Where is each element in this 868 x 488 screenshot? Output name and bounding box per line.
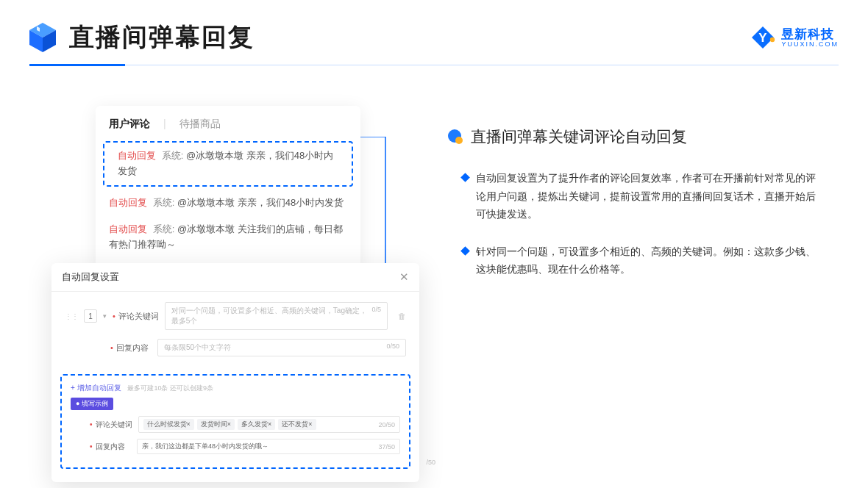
svg-text:Y: Y: [759, 31, 768, 45]
tab-user-comments[interactable]: 用户评论: [109, 118, 150, 131]
system-label: 系统:: [153, 223, 175, 234]
comment-text: @冰墩墩本墩 亲亲，我们48小时内发货: [177, 197, 344, 208]
brand-logo-icon: Y: [750, 25, 775, 50]
example-tag: ● 填写示例: [71, 398, 113, 410]
header-divider: [29, 65, 839, 67]
page-title: 直播间弹幕回复: [69, 21, 255, 54]
content-counter: 0/50: [386, 342, 399, 353]
section-heading: 直播间弹幕关键词评论自动回复: [447, 126, 822, 147]
brand: Y 昱新科技 YUUXIN.COM: [750, 25, 839, 50]
keyword-chip[interactable]: 什么时候发货×: [143, 419, 194, 430]
collapse-icon[interactable]: ▾: [103, 312, 107, 320]
comment-row: 自动回复 系统: @冰墩墩本墩 亲亲，我们48小时内发货: [104, 143, 352, 185]
keyword-input[interactable]: 对同一个问题，可设置多个相近、高频的关键词，Tag确定，最多5个 0/5: [165, 302, 388, 330]
svg-point-6: [770, 37, 775, 42]
rule-index: 1: [84, 309, 97, 323]
svg-point-8: [455, 137, 463, 144]
delete-icon[interactable]: 🗑: [398, 312, 406, 320]
cube-icon: [26, 21, 59, 54]
example-content-counter: 37/50: [378, 443, 395, 451]
add-reply-link[interactable]: + 增加自动回复: [71, 384, 121, 392]
drag-handle-icon[interactable]: ⋮⋮: [65, 312, 78, 320]
modal-title: 自动回复设置: [62, 270, 119, 284]
overflow-counter: /50: [426, 459, 435, 466]
close-icon[interactable]: ✕: [399, 270, 409, 284]
section-heading-text: 直播间弹幕关键词评论自动回复: [471, 126, 687, 147]
add-reply-note: 最多可建10条 还可以创建9条: [127, 384, 213, 392]
brand-name-en: YUUXIN.COM: [781, 41, 839, 48]
brand-name-cn: 昱新科技: [781, 28, 839, 40]
diamond-icon: [460, 173, 470, 182]
comment-row: 自动回复 系统: @冰墩墩本墩 关注我们的店铺，每日都有热门推荐呦～: [96, 216, 360, 259]
bullet-item: 针对同一个问题，可设置多个相近的、高频的关键词。例如：这款多少钱、这块能优惠吗、…: [462, 243, 822, 279]
tab-separator: |: [163, 118, 166, 131]
auto-reply-settings-modal: 自动回复设置 ✕ ⋮⋮ 1 ▾ 评论关键词 对同一个问题，可设置多个相近、高频的…: [51, 263, 419, 482]
auto-reply-label: 自动回复: [109, 223, 147, 234]
keyword-chip[interactable]: 还不发货×: [278, 419, 316, 430]
highlighted-comment: 自动回复 系统: @冰墩墩本墩 亲亲，我们48小时内发货: [103, 141, 353, 187]
keyword-chip[interactable]: 发货时间×: [197, 419, 235, 430]
tab-pending-goods[interactable]: 待播商品: [179, 118, 221, 131]
content-input[interactable]: 每条限50个中文字符 0/50: [157, 339, 406, 356]
system-label: 系统:: [153, 197, 175, 208]
bubble-icon: [447, 129, 463, 145]
keyword-label: 评论关键词: [113, 311, 159, 322]
diamond-icon: [460, 246, 470, 256]
auto-reply-label: 自动回复: [109, 197, 147, 208]
keyword-counter: 0/5: [371, 306, 381, 326]
chip-counter: 20/50: [378, 421, 395, 428]
content-label: 回复内容: [110, 342, 152, 354]
auto-reply-label: 自动回复: [118, 150, 156, 161]
comment-row: 自动回复 系统: @冰墩墩本墩 亲亲，我们48小时内发货: [96, 190, 360, 217]
comments-panel: 用户评论 | 待播商品 自动回复 系统: @冰墩墩本墩 亲亲，我们48小时内发货…: [96, 106, 360, 270]
system-label: 系统:: [162, 150, 184, 161]
bullet-item: 自动回复设置为了提升作者的评论回复效率，作者可在开播前针对常见的评论用户问题，提…: [462, 169, 822, 223]
bullet-text: 针对同一个问题，可设置多个相近的、高频的关键词。例如：这款多少钱、这块能优惠吗、…: [476, 243, 822, 279]
example-block: + 增加自动回复 最多可建10条 还可以创建9条 ● 填写示例 评论关键词 什么…: [60, 374, 410, 469]
example-keyword-label: 评论关键词: [90, 420, 132, 430]
example-content-label: 回复内容: [90, 442, 131, 452]
example-content-input[interactable]: 亲，我们这边都是下单48小时内发货的哦～ 37/50: [137, 439, 400, 454]
example-content-text: 亲，我们这边都是下单48小时内发货的哦～: [142, 442, 375, 451]
example-keyword-input[interactable]: 什么时候发货× 发货时间× 多久发货× 还不发货× 20/50: [138, 416, 400, 433]
bullet-text: 自动回复设置为了提升作者的评论回复效率，作者可在开播前针对常见的评论用户问题，提…: [476, 169, 822, 223]
keyword-placeholder: 对同一个问题，可设置多个相近、高频的关键词，Tag确定，最多5个: [171, 306, 372, 326]
keyword-chip[interactable]: 多久发货×: [238, 419, 275, 430]
content-placeholder: 每条限50个中文字符: [164, 342, 231, 353]
